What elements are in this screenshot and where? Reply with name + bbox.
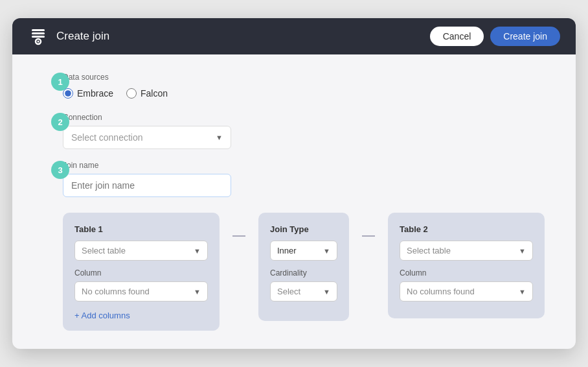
join-type-select[interactable]: Inner ▼: [270, 241, 337, 261]
logo-icon: [28, 26, 49, 47]
svg-rect-1: [32, 32, 45, 34]
step3-badge: 3: [51, 161, 69, 179]
falcon-option[interactable]: Falcon: [126, 88, 168, 99]
chevron-down-icon: ▼: [519, 247, 526, 255]
chevron-down-icon: ▼: [323, 247, 330, 255]
table1-column-label: Column: [74, 268, 208, 278]
table2-card: Table 2 Select table ▼ Column No columns…: [388, 213, 545, 318]
embrace-option[interactable]: Embrace: [63, 88, 113, 99]
chevron-down-icon: ▼: [519, 288, 526, 296]
table1-card: Table 1 Select table ▼ Column No columns…: [63, 213, 220, 331]
cardinality-placeholder: Select: [277, 287, 300, 296]
svg-point-4: [38, 41, 40, 43]
connector-line-right: [362, 235, 375, 237]
add-columns-label: + Add columns: [74, 311, 130, 320]
table2-placeholder: Select table: [407, 246, 451, 255]
step3-section: 3 Join name: [63, 161, 545, 197]
connector-right: [362, 213, 375, 237]
table1-placeholder: Select table: [82, 246, 126, 255]
embrace-label: Embrace: [77, 88, 113, 99]
svg-rect-0: [32, 29, 45, 31]
cardinality-select[interactable]: Select ▼: [270, 281, 337, 302]
add-columns-button[interactable]: + Add columns: [74, 309, 130, 322]
join-name-field: Join name: [63, 161, 545, 197]
modal-content: 1 Data sources Embrace Falcon 2: [12, 54, 576, 349]
table1-column-placeholder: No columns found: [82, 287, 150, 296]
falcon-label: Falcon: [141, 88, 168, 99]
svg-rect-2: [32, 36, 45, 38]
table2-column-placeholder: No columns found: [407, 287, 475, 296]
step1-badge: 1: [51, 73, 69, 91]
connector-left: [232, 213, 245, 237]
chevron-down-icon: ▼: [194, 288, 201, 296]
table2-select[interactable]: Select table ▼: [400, 241, 533, 261]
tables-section: Table 1 Select table ▼ Column No columns…: [63, 213, 545, 331]
data-sources-label: Data sources: [63, 73, 545, 82]
modal-title: Create join: [56, 30, 109, 43]
table2-column-label: Column: [400, 268, 533, 278]
header-left: Create join: [28, 26, 109, 47]
data-sources-radio-group: Embrace Falcon: [63, 88, 545, 99]
table1-select[interactable]: Select table ▼: [74, 241, 208, 261]
connection-placeholder: Select connection: [71, 132, 143, 143]
chevron-down-icon: ▼: [194, 247, 201, 255]
header-actions: Cancel Create join: [430, 27, 560, 46]
create-join-button[interactable]: Create join: [490, 27, 560, 46]
connection-select[interactable]: Select connection ▼: [63, 126, 231, 149]
step1-section: 1 Data sources Embrace Falcon: [63, 73, 545, 99]
chevron-down-icon: ▼: [323, 288, 330, 296]
falcon-radio[interactable]: [126, 88, 137, 99]
connection-label: Connection: [63, 113, 545, 122]
join-name-label: Join name: [63, 161, 545, 170]
connection-field: Connection Select connection ▼: [63, 113, 545, 149]
table2-title: Table 2: [400, 224, 533, 234]
table1-column-select[interactable]: No columns found ▼: [74, 281, 208, 302]
step2-section: 2 Connection Select connection ▼: [63, 113, 545, 149]
cardinality-label: Cardinality: [270, 268, 337, 278]
join-type-card: Join Type Inner ▼ Cardinality Select ▼: [258, 213, 349, 321]
connector-line-left: [232, 235, 245, 237]
join-name-input[interactable]: [63, 174, 231, 197]
join-type-value: Inner: [277, 246, 297, 255]
step2-badge: 2: [51, 113, 69, 131]
table1-title: Table 1: [74, 224, 208, 234]
chevron-down-icon: ▼: [216, 134, 223, 141]
table2-column-select[interactable]: No columns found ▼: [400, 281, 533, 302]
join-type-title: Join Type: [270, 224, 337, 234]
modal-header: Create join Cancel Create join: [12, 18, 576, 54]
cancel-button[interactable]: Cancel: [430, 27, 484, 46]
